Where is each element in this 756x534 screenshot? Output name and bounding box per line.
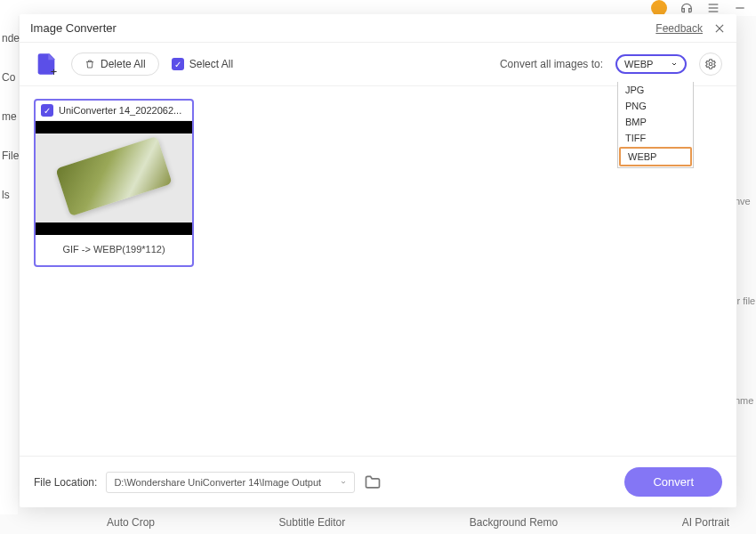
svg-point-7 [709,62,712,66]
dropdown-item-tiff[interactable]: TIFF [618,130,693,146]
chevron-down-icon [671,61,678,68]
select-all-checkbox[interactable]: ✓ Select All [172,58,233,70]
dropdown-item-jpg[interactable]: JPG [618,82,693,98]
svg-text:+: + [51,65,58,77]
bg-bottom-tiles: Auto Crop Subtitle Editor Background Rem… [89,516,747,534]
dropdown-item-png[interactable]: PNG [618,98,693,114]
thumbnail [36,121,192,235]
chevron-down-icon [340,479,347,486]
toolbar: + Delete All ✓ Select All Convert all im… [20,43,736,86]
file-location-select[interactable]: D:\Wondershare UniConverter 14\Image Out… [106,472,355,493]
card-filename: UniConverter 14_2022062... [59,105,187,116]
footer: File Location: D:\Wondershare UniConvert… [20,456,736,507]
file-location-label: File Location: [34,476,97,489]
image-card[interactable]: ✓ UniConverter 14_2022062... GIF -> WEBP… [34,99,194,267]
add-file-icon[interactable]: + [34,52,59,77]
convert-button[interactable]: Convert [624,467,722,497]
dropdown-item-webp[interactable]: WEBP [619,147,692,166]
settings-button[interactable] [699,53,722,76]
mineral-image [55,136,172,216]
feedback-link[interactable]: Feedback [655,22,703,35]
format-dropdown: JPG PNG BMP TIFF WEBP [617,82,694,168]
open-folder-button[interactable] [364,473,382,491]
dropdown-item-bmp[interactable]: BMP [618,114,693,130]
convert-to-label: Convert all images to: [500,58,603,70]
checkbox-checked-icon: ✓ [172,58,184,70]
trash-icon [84,59,95,69]
headset-icon[interactable] [680,1,694,15]
minimize-icon[interactable] [733,1,747,15]
bg-right-text: nve ir file nme [735,196,756,495]
card-caption: GIF -> WEBP(199*112) [36,235,192,265]
image-converter-modal: Image Converter Feedback + Delete All ✓ … [20,14,736,507]
checkbox-checked-icon[interactable]: ✓ [41,104,53,117]
modal-header: Image Converter Feedback [20,14,736,43]
modal-title: Image Converter [30,21,117,35]
delete-all-button[interactable]: Delete All [71,53,159,76]
bg-left-sidebar: nde Co me File ls [0,16,18,514]
hamburger-icon[interactable] [706,1,720,15]
format-select[interactable]: WEBP [615,54,687,74]
card-header: ✓ UniConverter 14_2022062... [36,101,192,121]
close-icon[interactable] [713,22,726,35]
